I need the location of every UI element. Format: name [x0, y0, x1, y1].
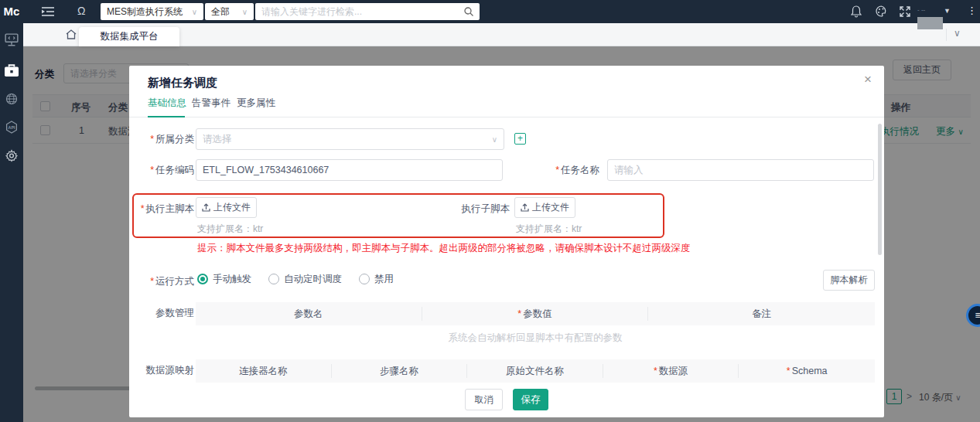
chevron-down-icon: ∨ — [187, 8, 197, 16]
sidebar-item-settings-gear-icon[interactable] — [0, 149, 23, 162]
scope-select[interactable]: 全部 ∨ — [205, 3, 254, 20]
param-col-remark: 备注 — [648, 307, 875, 321]
chevron-down-icon: ∨ — [237, 8, 248, 16]
task-code-input[interactable] — [196, 159, 503, 181]
tab-alert-events[interactable]: 告警事件 — [192, 97, 230, 110]
top-bar: Mc Ω MES制造执行系统 ∨ 全部 ∨ - -- ▼ ⋮ — [0, 0, 980, 23]
fullscreen-icon[interactable] — [900, 6, 910, 17]
required-asterisk: * — [150, 165, 154, 175]
save-button[interactable]: 保存 — [513, 389, 548, 410]
mapping-col-schema: *Schema — [739, 364, 875, 378]
task-name-input[interactable] — [607, 159, 874, 181]
radio-selected-icon — [197, 274, 208, 284]
sub-script-field-label: 执行子脚本 — [439, 202, 510, 216]
radio-auto-schedule[interactable]: 自动定时调度 — [268, 273, 342, 286]
radio-unselected-icon — [359, 274, 370, 284]
mapping-col-step: 步骤名称 — [332, 364, 468, 378]
svg-text:API: API — [9, 125, 15, 130]
home-icon[interactable] — [66, 29, 77, 39]
new-task-schedule-modal: 新增任务调度 × 基础信息 告警事件 更多属性 *所属分类 请选择 ∨ + *任… — [129, 66, 884, 417]
left-sidebar: API — [0, 23, 23, 422]
search-input[interactable] — [261, 6, 447, 17]
active-tab-underline — [148, 116, 185, 117]
radio-manual-trigger[interactable]: 手动触发 — [197, 273, 251, 286]
mapping-col-datasource: *数据源 — [603, 364, 739, 378]
mapping-col-file: 原始文件名称 — [467, 364, 603, 378]
search-icon[interactable] — [464, 7, 473, 16]
global-search — [255, 3, 480, 20]
param-table-header: 参数名 *参数值 备注 — [196, 302, 875, 325]
modal-title: 新增任务调度 — [148, 76, 217, 90]
radio-disabled[interactable]: 禁用 — [359, 273, 394, 286]
modal-footer: 取消 保存 — [129, 389, 884, 410]
collapse-menu-icon[interactable] — [42, 6, 54, 17]
required-asterisk: * — [787, 366, 790, 376]
task-code-field-label: *任务编码 — [129, 164, 194, 177]
cancel-button[interactable]: 取消 — [465, 389, 503, 410]
system-select[interactable]: MES制造执行系统 ∨ — [101, 3, 203, 20]
script-parse-button[interactable]: 脚本解析 — [823, 270, 875, 291]
sidebar-item-globe-icon[interactable] — [0, 93, 23, 105]
kebab-menu-icon[interactable]: ⋮ — [967, 5, 977, 16]
upload-icon — [521, 203, 529, 212]
required-asterisk: * — [517, 308, 521, 319]
user-caret-down-icon[interactable]: ▼ — [944, 7, 951, 15]
param-col-name: 参数名 — [196, 307, 422, 321]
username-masked-text: - -- — [917, 6, 925, 13]
upload-icon — [202, 203, 210, 212]
redaction-box — [917, 17, 943, 29]
category-select[interactable]: 请选择 ∨ — [196, 128, 504, 150]
required-asterisk: * — [150, 134, 154, 145]
run-mode-field-label: *运行方式 — [129, 275, 194, 288]
close-icon[interactable]: × — [864, 72, 872, 87]
mapping-section-label: 数据源映射 — [129, 364, 194, 377]
category-field-label: *所属分类 — [129, 133, 194, 146]
sidebar-item-workbench-icon[interactable] — [0, 63, 23, 77]
sidebar-item-api-icon[interactable]: API — [0, 121, 23, 134]
modal-scrollbar[interactable] — [878, 124, 882, 255]
app-logo: Mc — [0, 0, 23, 23]
required-asterisk: * — [555, 165, 559, 175]
modal-tab-bar: 基础信息 告警事件 更多属性 — [129, 97, 884, 117]
required-asterisk: * — [141, 203, 145, 214]
required-asterisk: * — [150, 276, 154, 287]
tab-more-attributes[interactable]: 更多属性 — [237, 97, 275, 110]
headset-icon[interactable]: Ω — [77, 5, 85, 17]
sub-script-upload-button[interactable]: 上传文件 — [514, 197, 575, 218]
tab-list-chevron-down-icon[interactable]: ∨ — [954, 28, 961, 39]
sidebar-item-dev-monitor-icon[interactable] — [0, 33, 23, 47]
two-level-structure-warning: 提示：脚本文件最多支持两级结构，即主脚本与子脚本。超出两级的部分将被忽略，请确保… — [197, 242, 691, 255]
tab-basic-info[interactable]: 基础信息 — [148, 97, 186, 110]
bell-icon[interactable] — [851, 5, 862, 18]
main-script-upload-button[interactable]: 上传文件 — [196, 197, 257, 218]
param-table-empty-text: 系统会自动解析回显脚本中有配置的参数 — [196, 332, 875, 345]
add-category-button[interactable]: + — [514, 133, 526, 145]
param-col-value: *参数值 — [422, 307, 649, 321]
required-asterisk: * — [654, 366, 657, 376]
tabbar-separator — [946, 29, 947, 41]
mapping-table-header: 连接器名称 步骤名称 原始文件名称 *数据源 *Schema — [196, 359, 875, 383]
chevron-down-icon: ∨ — [492, 135, 497, 144]
theme-palette-icon[interactable] — [876, 5, 887, 17]
tab-data-integration-platform[interactable]: 数据集成平台 — [79, 27, 179, 46]
radio-unselected-icon — [268, 274, 279, 284]
task-name-field-label: *任务名称 — [547, 164, 599, 177]
mapping-col-connector: 连接器名称 — [196, 364, 332, 378]
main-script-field-label: *执行主脚本 — [129, 202, 194, 216]
param-section-label: 参数管理 — [129, 307, 194, 320]
sub-script-ext-hint: 支持扩展名：ktr — [516, 223, 582, 236]
page-tab-bar: 数据集成平台 ∨ — [23, 23, 980, 46]
main-script-ext-hint: 支持扩展名：ktr — [197, 223, 263, 236]
run-mode-radio-group: 手动触发 自动定时调度 禁用 — [197, 271, 394, 287]
